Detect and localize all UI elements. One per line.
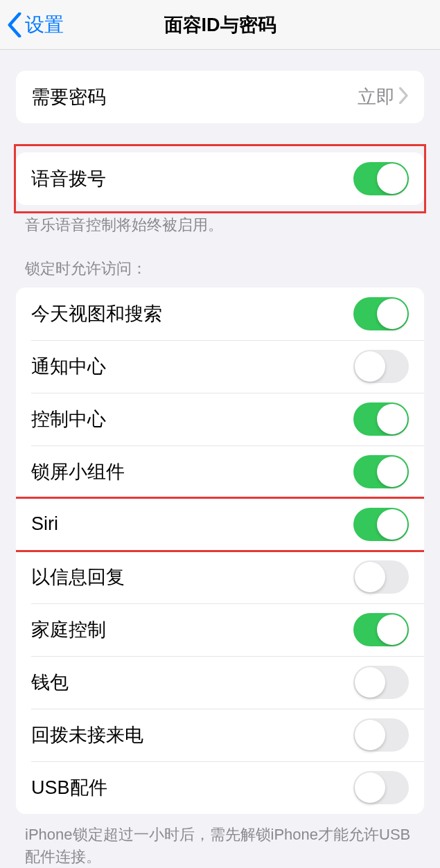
list-item: Siri <box>16 498 424 551</box>
list-item: 今天视图和搜索 <box>16 287 424 340</box>
voice-dial-highlight: 语音拨号 <box>14 152 426 205</box>
locked-access-toggle[interactable] <box>353 771 409 804</box>
chevron-right-icon <box>399 87 409 107</box>
locked-access-footer: iPhone锁定超过一小时后，需先解锁iPhone才能允许USB配件连接。 <box>0 814 440 868</box>
voice-dial-label: 语音拨号 <box>31 166 106 191</box>
require-passcode-value: 立即 <box>358 85 395 109</box>
list-item: 锁屏小组件 <box>16 445 424 498</box>
navigation-bar: 设置 面容ID与密码 <box>0 0 440 50</box>
locked-access-label: 今天视图和搜索 <box>31 301 162 326</box>
locked-access-group: 今天视图和搜索通知中心控制中心锁屏小组件Siri以信息回复家庭控制钱包回拨未接来… <box>16 287 424 814</box>
voice-dial-footer: 音乐语音控制将始终被启用。 <box>0 205 440 236</box>
locked-access-toggle[interactable] <box>353 718 409 752</box>
locked-access-label: 钱包 <box>31 670 69 695</box>
locked-access-toggle[interactable] <box>353 666 409 699</box>
locked-access-label: 通知中心 <box>31 354 106 379</box>
back-label: 设置 <box>25 12 64 38</box>
list-item: 以信息回复 <box>16 551 424 603</box>
locked-access-label: Siri <box>31 513 58 535</box>
voice-dial-toggle[interactable] <box>353 162 409 195</box>
locked-access-label: 控制中心 <box>31 407 106 432</box>
locked-access-row: 家庭控制 <box>16 603 424 656</box>
locked-access-row: 通知中心 <box>16 340 424 393</box>
list-item: 钱包 <box>16 656 424 709</box>
list-item: 控制中心 <box>16 393 424 445</box>
voice-dial-row: 语音拨号 <box>16 152 424 205</box>
chevron-left-icon <box>7 12 22 37</box>
locked-access-toggle[interactable] <box>353 350 409 383</box>
locked-access-header: 锁定时允许访问： <box>0 236 440 287</box>
locked-access-label: 家庭控制 <box>31 617 106 642</box>
back-button[interactable]: 设置 <box>0 12 64 38</box>
locked-access-toggle[interactable] <box>353 297 409 330</box>
locked-access-row: 控制中心 <box>16 393 424 445</box>
locked-access-row: 今天视图和搜索 <box>16 287 424 340</box>
locked-access-label: 回拨未接来电 <box>31 723 143 747</box>
require-passcode-row[interactable]: 需要密码 立即 <box>16 71 424 123</box>
locked-access-toggle[interactable] <box>353 455 409 488</box>
require-passcode-group: 需要密码 立即 <box>16 71 424 123</box>
list-item: 通知中心 <box>16 340 424 393</box>
list-item: 家庭控制 <box>16 603 424 656</box>
locked-access-row: 回拨未接来电 <box>16 709 424 761</box>
locked-access-toggle[interactable] <box>353 560 409 594</box>
locked-access-toggle[interactable] <box>353 613 409 646</box>
locked-access-label: 以信息回复 <box>31 565 125 590</box>
require-passcode-label: 需要密码 <box>31 85 106 109</box>
voice-dial-group: 语音拨号 <box>16 152 424 205</box>
locked-access-toggle[interactable] <box>353 402 409 436</box>
list-item: USB配件 <box>16 761 424 814</box>
locked-access-row: 钱包 <box>16 656 424 709</box>
locked-access-row: USB配件 <box>16 761 424 814</box>
page-title: 面容ID与密码 <box>0 12 440 37</box>
locked-access-toggle[interactable] <box>353 508 409 541</box>
locked-access-label: USB配件 <box>31 775 107 800</box>
list-item: 回拨未接来电 <box>16 709 424 761</box>
locked-access-row: 锁屏小组件 <box>16 445 424 498</box>
locked-access-row: 以信息回复 <box>16 551 424 603</box>
locked-access-row: Siri <box>16 498 424 551</box>
locked-access-label: 锁屏小组件 <box>31 459 125 484</box>
